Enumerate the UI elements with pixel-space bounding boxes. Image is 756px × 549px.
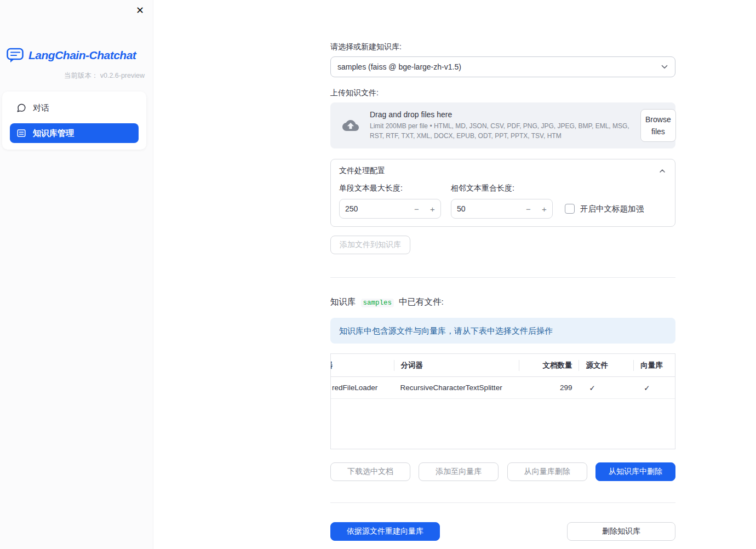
- sidebar: ✕ LangChain-Chatchat 当前版本： v0.2.6-previe…: [0, 0, 153, 549]
- max-length-number-input: − +: [339, 199, 441, 219]
- max-length-field: 单段文本最大长度: − +: [339, 184, 441, 219]
- kb-selectbox[interactable]: samples (faiss @ bge-large-zh-v1.5): [330, 56, 675, 77]
- max-length-decrement-button[interactable]: −: [409, 199, 425, 218]
- browse-files-button[interactable]: Browse files: [640, 109, 676, 142]
- cloud-upload-icon: [340, 117, 361, 134]
- kb-line-prefix: 知识库: [330, 296, 356, 308]
- kb-name-code: samples: [361, 299, 394, 307]
- kb-line-suffix: 中已有文件:: [399, 296, 444, 308]
- app-root: ✕ LangChain-Chatchat 当前版本： v0.2.6-previe…: [0, 0, 756, 549]
- column-header-splitter[interactable]: 分词器: [394, 360, 519, 371]
- knowledge-base-list-icon: [16, 128, 26, 138]
- overlap-increment-button[interactable]: +: [536, 199, 552, 218]
- logo-chat-bubble-icon: [7, 47, 24, 64]
- column-header-vector-store[interactable]: 向量库: [633, 360, 675, 371]
- download-selected-button[interactable]: 下载选中文档: [330, 462, 410, 481]
- kb-files-table: 器 分词器 文档数量 源文件 向量库 redFileLoader Recursi…: [330, 353, 675, 449]
- version-text: 当前版本： v0.2.6-preview: [0, 71, 145, 81]
- delete-kb-button[interactable]: 删除知识库: [567, 522, 675, 541]
- sidebar-item-dialogue[interactable]: 对话: [10, 98, 139, 118]
- max-length-label: 单段文本最大长度:: [339, 184, 441, 193]
- column-header-doc-count[interactable]: 文档数量: [519, 360, 579, 371]
- sidebar-close-button[interactable]: ✕: [134, 3, 146, 18]
- file-config-expander: 文件处理配置 单段文本最大长度: − +: [330, 159, 675, 227]
- cell-vector-store-check: ✓: [633, 384, 675, 392]
- overlap-decrement-button[interactable]: −: [520, 199, 536, 218]
- file-actions-row: 下载选中文档 添加至向量库 从向量库删除 从知识库中删除: [330, 462, 675, 481]
- add-files-to-kb-button[interactable]: 添加文件到知识库: [330, 236, 410, 254]
- kb-files-heading: 知识库 samples 中已有文件:: [330, 296, 675, 308]
- chevron-down-icon: [660, 62, 669, 72]
- expander-title: 文件处理配置: [339, 166, 385, 176]
- title-enhance-checkbox[interactable]: 开启中文标题加强: [565, 204, 644, 214]
- expander-content: 单段文本最大长度: − + 相邻文本重合长度: − +: [339, 184, 667, 219]
- uploader-limit-text: Limit 200MB per file • HTML, MD, JSON, C…: [370, 122, 632, 141]
- info-alert: 知识库中包含源文件与向量库，请从下表中选择文件后操作: [330, 318, 675, 344]
- kb-selectbox-value: samples (faiss @ bge-large-zh-v1.5): [337, 62, 461, 71]
- max-length-increment-button[interactable]: +: [425, 199, 440, 218]
- sidebar-item-label: 知识库管理: [33, 128, 74, 139]
- column-header-loader[interactable]: 器: [331, 360, 394, 371]
- uploader-texts: Drag and drop files here Limit 200MB per…: [370, 110, 632, 141]
- delete-from-vector-store-button[interactable]: 从向量库删除: [507, 462, 587, 481]
- max-length-input[interactable]: [340, 199, 409, 218]
- column-header-source-file[interactable]: 源文件: [579, 360, 633, 371]
- kb-select-label: 请选择或新建知识库:: [330, 42, 675, 52]
- table-header-row: 器 分词器 文档数量 源文件 向量库: [331, 354, 675, 377]
- main-area: 请选择或新建知识库: samples (faiss @ bge-large-zh…: [153, 0, 756, 549]
- table-row[interactable]: redFileLoader RecursiveCharacterTextSpli…: [331, 377, 675, 399]
- sidebar-nav: 对话 知识库管理: [2, 92, 146, 150]
- sidebar-item-kb-management[interactable]: 知识库管理: [10, 123, 139, 143]
- chevron-up-icon: [658, 167, 667, 175]
- overlap-number-input: − +: [451, 199, 553, 219]
- expander-header[interactable]: 文件处理配置: [339, 162, 667, 180]
- checkbox-box-icon: [565, 204, 575, 214]
- version-value: v0.2.6-preview: [100, 72, 145, 79]
- divider: [330, 277, 675, 278]
- version-label: 当前版本：: [64, 72, 99, 79]
- app-logo: LangChain-Chatchat: [7, 47, 153, 64]
- add-to-vector-store-button[interactable]: 添加至向量库: [419, 462, 499, 481]
- upload-label: 上传知识文件:: [330, 88, 675, 98]
- overlap-input[interactable]: [451, 199, 520, 218]
- content-column: 请选择或新建知识库: samples (faiss @ bge-large-zh…: [330, 0, 675, 541]
- overlap-label: 相邻文本重合长度:: [451, 184, 553, 193]
- logo-text: LangChain-Chatchat: [28, 49, 136, 62]
- cell-source-file-check: ✓: [579, 384, 633, 392]
- overlap-field: 相邻文本重合长度: − +: [451, 184, 553, 219]
- sidebar-item-label: 对话: [33, 103, 49, 113]
- title-enhance-field: 开启中文标题加强: [565, 199, 644, 219]
- close-icon: ✕: [136, 5, 144, 16]
- divider: [330, 502, 675, 503]
- cell-loader: redFileLoader: [331, 384, 394, 392]
- kb-bottom-actions: 依据源文件重建向量库 删除知识库: [330, 522, 675, 541]
- delete-from-kb-button[interactable]: 从知识库中删除: [595, 462, 675, 481]
- uploader-title: Drag and drop files here: [370, 110, 632, 119]
- file-uploader-dropzone[interactable]: Drag and drop files here Limit 200MB per…: [330, 102, 675, 148]
- checkbox-label: 开启中文标题加强: [580, 204, 644, 214]
- chat-bubble-icon: [16, 103, 26, 113]
- rebuild-vector-store-button[interactable]: 依据源文件重建向量库: [330, 522, 440, 541]
- cell-splitter: RecursiveCharacterTextSplitter: [394, 384, 519, 392]
- cell-doc-count: 299: [519, 384, 579, 392]
